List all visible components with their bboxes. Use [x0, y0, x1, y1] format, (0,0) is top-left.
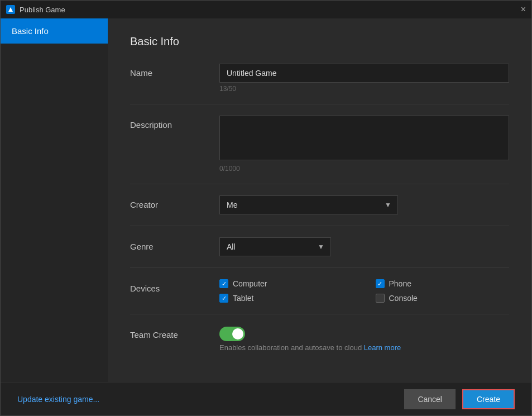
- device-phone[interactable]: Phone: [376, 279, 510, 288]
- device-tablet[interactable]: Tablet: [219, 294, 353, 303]
- toggle-row: [219, 326, 509, 341]
- close-button[interactable]: ×: [521, 5, 526, 14]
- devices-control: Computer Phone Tablet Console: [219, 279, 509, 303]
- creator-control: Me Group ▼: [219, 195, 509, 214]
- description-control: 0/1000: [219, 116, 509, 173]
- main-content: Basic Info Basic Info Name 13/50 Descrip…: [1, 18, 531, 382]
- description-row: Description 0/1000: [130, 116, 509, 184]
- tablet-checkbox[interactable]: [219, 294, 228, 303]
- team-create-label: Team Create: [130, 326, 219, 340]
- computer-checkbox[interactable]: [219, 279, 228, 288]
- console-label: Console: [389, 294, 418, 303]
- tablet-label: Tablet: [233, 294, 253, 303]
- console-checkbox[interactable]: [376, 294, 385, 303]
- sidebar: Basic Info: [1, 18, 108, 382]
- device-console[interactable]: Console: [376, 294, 510, 303]
- content-area: Basic Info Name 13/50 Description 0/1000: [108, 18, 531, 382]
- devices-row: Devices Computer Phone Table: [130, 279, 509, 314]
- genre-row: Genre All Action Adventure Comedy Fantas…: [130, 237, 509, 268]
- team-create-toggle[interactable]: [219, 327, 245, 341]
- name-label: Name: [130, 64, 219, 78]
- learn-more-link[interactable]: Learn more: [364, 343, 401, 352]
- update-existing-link[interactable]: Update existing game...: [17, 395, 99, 404]
- toggle-knob: [232, 328, 243, 340]
- cancel-button[interactable]: Cancel: [404, 389, 456, 409]
- genre-label: Genre: [130, 237, 219, 251]
- page-title: Basic Info: [130, 35, 509, 48]
- genre-control: All Action Adventure Comedy Fantasy Horr…: [219, 237, 509, 256]
- creator-select-wrapper: Me Group ▼: [219, 195, 398, 214]
- svg-marker-0: [8, 7, 13, 12]
- phone-checkbox[interactable]: [376, 279, 385, 288]
- publish-icon: [6, 5, 15, 14]
- creator-row: Creator Me Group ▼: [130, 195, 509, 226]
- name-control: 13/50: [219, 64, 509, 93]
- device-computer[interactable]: Computer: [219, 279, 353, 288]
- name-char-count: 13/50: [219, 85, 509, 93]
- phone-label: Phone: [389, 279, 411, 288]
- devices-label: Devices: [130, 279, 219, 293]
- name-row: Name 13/50: [130, 64, 509, 104]
- titlebar-left: Publish Game: [6, 5, 65, 14]
- publish-game-window: Publish Game × Basic Info Basic Info Nam…: [0, 0, 532, 416]
- description-input[interactable]: [219, 116, 509, 160]
- team-create-row: Team Create Enables collaboration and au…: [130, 326, 509, 363]
- footer-buttons: Cancel Create: [404, 389, 515, 409]
- computer-label: Computer: [233, 279, 267, 288]
- sidebar-item-basic-info[interactable]: Basic Info: [1, 18, 108, 44]
- titlebar-title: Publish Game: [20, 6, 65, 14]
- create-button[interactable]: Create: [462, 389, 515, 409]
- creator-label: Creator: [130, 195, 219, 209]
- footer: Update existing game... Cancel Create: [1, 382, 531, 415]
- genre-select-wrapper: All Action Adventure Comedy Fantasy Horr…: [219, 237, 331, 256]
- team-create-description: Enables collaboration and autosave to cl…: [219, 343, 509, 352]
- creator-select[interactable]: Me Group: [219, 195, 398, 214]
- description-label: Description: [130, 116, 219, 130]
- description-char-count: 0/1000: [219, 165, 509, 173]
- devices-grid: Computer Phone Tablet Console: [219, 279, 509, 303]
- name-input[interactable]: [219, 64, 509, 83]
- genre-select[interactable]: All Action Adventure Comedy Fantasy Horr…: [219, 237, 331, 256]
- team-create-control: Enables collaboration and autosave to cl…: [219, 326, 509, 352]
- titlebar: Publish Game ×: [1, 1, 531, 18]
